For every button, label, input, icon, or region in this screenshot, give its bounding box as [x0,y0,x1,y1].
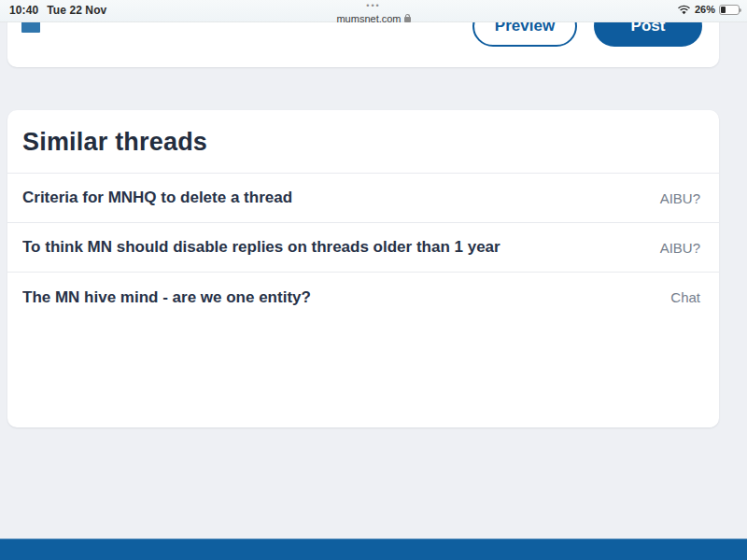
status-url: mumsnet.com [336,13,401,24]
battery-icon [719,5,740,15]
tab-dots-icon: ••• [0,2,747,9]
thread-row[interactable]: The MN hive mind - are we one entity? Ch… [7,273,719,322]
battery-percent: 26% [695,4,715,15]
thread-topic-label: AIBU? [660,240,700,256]
thread-topic-label: Chat [670,289,700,305]
status-bar: 10:40Tue 22 Nov ••• mumsnet.com 26% [0,0,747,22]
thread-row[interactable]: Criteria for MNHQ to delete a thread AIB… [7,174,719,223]
footer-bar [0,539,747,560]
similar-threads-card: Similar threads Criteria for MNHQ to del… [7,110,719,427]
similar-threads-heading: Similar threads [7,110,719,174]
thread-row[interactable]: To think MN should disable replies on th… [7,223,719,273]
thread-title-link[interactable]: To think MN should disable replies on th… [22,238,515,257]
wifi-icon [677,5,691,15]
thread-title-link[interactable]: Criteria for MNHQ to delete a thread [22,189,307,207]
thread-topic-label: AIBU? [660,190,700,206]
status-url-area[interactable]: ••• mumsnet.com [0,0,747,26]
thread-title-link[interactable]: The MN hive mind - are we one entity? [22,288,326,307]
status-indicators: 26% [677,4,740,15]
lock-icon [404,17,411,22]
